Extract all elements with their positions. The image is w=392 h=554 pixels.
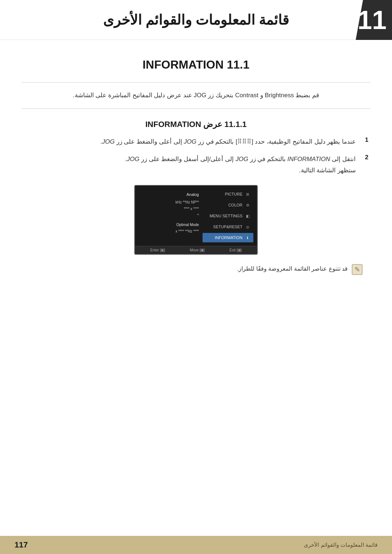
footer-page-number: 117 <box>15 540 28 550</box>
enter-icon: ► <box>160 249 165 252</box>
menu-item-information-label: INFORMATION <box>215 235 242 240</box>
intro-text: قم بضبط Brightness و Contrast بتحريك زر … <box>29 90 363 101</box>
info-resolution1: **** x **** <box>142 206 199 212</box>
section-heading: INFORMATION 11.1 <box>0 58 392 71</box>
divider-1 <box>22 82 370 83</box>
step-2-text: انتقل إلى INFORMATION بالتحكم في زر JOG … <box>22 154 356 176</box>
chapter-number-box: 11 <box>356 0 392 40</box>
subsection-heading: 11.1.1 عرض INFORMATION <box>0 120 392 129</box>
note-box: ✎ قد تتنوع عناصر القائمة المعروضة وفقًا … <box>29 264 363 275</box>
info-khz: **kHz **Hz NP <box>142 199 199 206</box>
move-icon: ■ <box>200 249 205 252</box>
footer-enter-label: Enter <box>150 248 159 252</box>
menu-item-picture-label: PICTURE <box>225 192 242 196</box>
setup-icon: ◎ <box>245 224 250 230</box>
chapter-number: 11 <box>358 5 387 35</box>
color-icon: ⚙ <box>245 202 250 208</box>
menu-area: ⊞ PICTURE ⚙ COLOR ◧ MENU SETTINGS ◎ SETU… <box>135 186 257 246</box>
menu-right-panel: Analog **kHz **Hz NP **** x **** ^ Optim… <box>139 189 203 242</box>
monitor-footer: ◄ Exit ■ Move ► Enter <box>135 246 257 254</box>
footer-chapter-title: قائمة المعلومات والقوائم الأخرى <box>304 542 377 548</box>
menu-item-color-label: COLOR <box>228 203 242 207</box>
info-optimal-mode: Optimal Mode <box>142 222 199 228</box>
footer-move: ■ Move <box>190 248 205 252</box>
info-analog: Analog <box>142 191 199 198</box>
info-caret: ^ <box>142 212 199 219</box>
menu-item-menusettings: ◧ MENU SETTINGS <box>203 211 253 221</box>
menu-item-setupreset: ◎ SETUP&RESET <box>203 222 253 231</box>
menu-item-information: ℹ INFORMATION <box>203 233 253 242</box>
svg-text:✎: ✎ <box>355 266 360 273</box>
page-footer: قائمة المعلومات والقوائم الأخرى 117 <box>0 536 392 554</box>
info-optimal-res: **** x **** **Hz <box>142 228 199 235</box>
step-1: 1 عندما يظهر دليل المفاتيح الوظيفية، حدد… <box>22 136 370 148</box>
chapter-title: قائمة المعلومات والقوائم الأخرى <box>103 12 289 28</box>
menu-item-picture: ⊞ PICTURE <box>203 189 253 199</box>
step-2-number: 2 <box>356 154 370 161</box>
footer-enter: ► Enter <box>150 248 165 252</box>
menu-item-setupreset-label: SETUP&RESET <box>213 225 242 229</box>
monitor-screenshot: ⊞ PICTURE ⚙ COLOR ◧ MENU SETTINGS ◎ SETU… <box>0 185 392 255</box>
menu-left: ⊞ PICTURE ⚙ COLOR ◧ MENU SETTINGS ◎ SETU… <box>203 189 253 242</box>
step-2: 2 انتقل إلى INFORMATION بالتحكم في زر JO… <box>22 154 370 176</box>
picture-icon: ⊞ <box>245 191 250 197</box>
footer-move-label: Move <box>190 248 199 252</box>
note-text: قد تتنوع عناصر القائمة المعروضة وفقًا لل… <box>237 264 348 274</box>
footer-exit-label: Exit <box>229 248 236 252</box>
step-1-text: عندما يظهر دليل المفاتيح الوظيفية، حدد [… <box>22 136 356 148</box>
menusettings-icon: ◧ <box>245 213 250 219</box>
exit-icon: ◄ <box>237 249 242 252</box>
page-header: قائمة المعلومات والقوائم الأخرى 11 <box>0 0 392 40</box>
monitor-screen: ⊞ PICTURE ⚙ COLOR ◧ MENU SETTINGS ◎ SETU… <box>134 185 258 255</box>
divider-2 <box>22 108 370 109</box>
info-icon: ℹ <box>245 235 250 241</box>
steps-container: 1 عندما يظهر دليل المفاتيح الوظيفية، حدد… <box>22 136 370 176</box>
step-1-number: 1 <box>356 136 370 144</box>
footer-exit: ◄ Exit <box>229 248 242 252</box>
menu-item-menusettings-label: MENU SETTINGS <box>210 214 242 218</box>
note-icon: ✎ <box>351 264 363 275</box>
menu-item-color: ⚙ COLOR <box>203 200 253 210</box>
